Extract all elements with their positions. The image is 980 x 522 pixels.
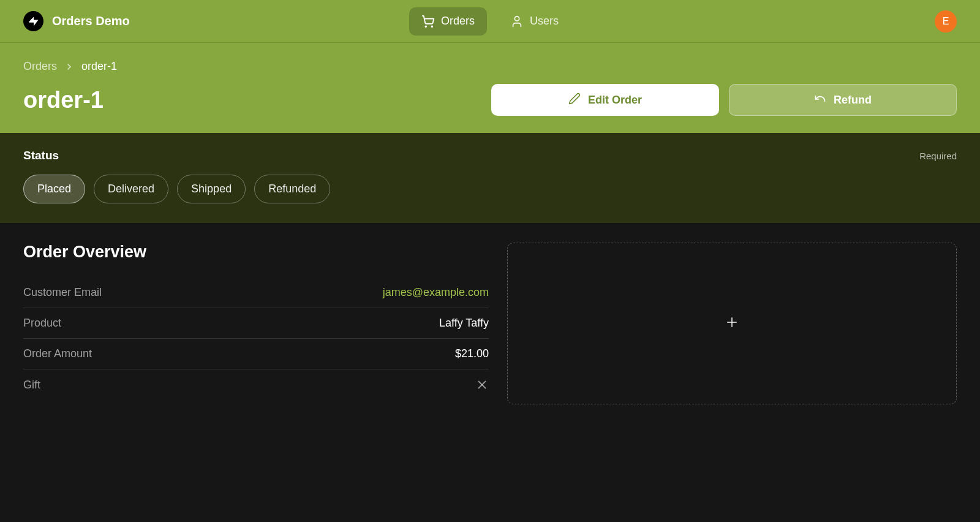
status-label: Status [23, 149, 59, 162]
nav-center: Orders Users [409, 7, 571, 36]
topnav: Orders Demo Orders Users E [0, 0, 980, 43]
nav-label-orders: Orders [441, 15, 475, 28]
nav-item-users[interactable]: Users [498, 7, 571, 36]
overview-key-email: Customer Email [23, 286, 102, 299]
overview-key-gift: Gift [23, 379, 40, 392]
brand-title: Orders Demo [52, 14, 130, 28]
undo-icon [814, 93, 826, 108]
page-title: order-1 [23, 87, 104, 113]
plus-icon [725, 315, 739, 332]
svg-point-2 [514, 16, 519, 20]
main-content: Order Overview Customer Email james@exam… [0, 223, 980, 424]
pencil-icon [568, 93, 581, 108]
overview-value-email[interactable]: james@example.com [383, 286, 489, 299]
status-chips: Placed Delivered Shipped Refunded [23, 175, 957, 203]
avatar-initial: E [943, 16, 949, 27]
breadcrumb-parent[interactable]: Orders [23, 60, 57, 73]
avatar[interactable]: E [935, 10, 957, 32]
edit-order-label: Edit Order [588, 94, 642, 107]
brand[interactable]: Orders Demo [23, 11, 130, 31]
brand-logo-icon [23, 11, 43, 31]
overview-panel: Order Overview Customer Email james@exam… [23, 243, 489, 404]
breadcrumb: Orders order-1 [23, 60, 957, 73]
status-chip-placed[interactable]: Placed [23, 175, 85, 203]
status-chip-delivered[interactable]: Delivered [94, 175, 168, 203]
overview-row-product: Product Laffy Taffy [23, 308, 489, 339]
status-chip-refunded[interactable]: Refunded [254, 175, 330, 203]
overview-row-email: Customer Email james@example.com [23, 278, 489, 308]
breadcrumb-current: order-1 [81, 60, 117, 73]
overview-row-gift: Gift [23, 369, 489, 400]
action-buttons: Edit Order Refund [491, 84, 957, 116]
overview-row-amount: Order Amount $21.00 [23, 339, 489, 369]
upload-dropzone[interactable] [507, 243, 957, 404]
refund-label: Refund [834, 94, 872, 107]
status-chip-shipped[interactable]: Shipped [177, 175, 246, 203]
overview-value-product: Laffy Taffy [439, 317, 489, 330]
user-icon [510, 15, 524, 28]
x-icon [475, 378, 489, 392]
svg-point-0 [425, 26, 426, 27]
status-section: Status Required Placed Delivered Shipped… [0, 133, 980, 223]
cart-icon [421, 15, 435, 28]
edit-order-button[interactable]: Edit Order [491, 84, 719, 116]
nav-item-orders[interactable]: Orders [409, 7, 487, 36]
overview-key-amount: Order Amount [23, 347, 92, 360]
required-label: Required [919, 151, 957, 161]
chevron-right-icon [64, 62, 74, 72]
right-panel [507, 243, 957, 404]
svg-point-1 [431, 26, 432, 27]
overview-value-amount: $21.00 [455, 347, 489, 360]
overview-title: Order Overview [23, 243, 489, 262]
nav-label-users: Users [530, 15, 559, 28]
title-row: order-1 Edit Order Refund [23, 84, 957, 116]
subheader: Orders order-1 order-1 Edit Order [0, 43, 980, 133]
overview-key-product: Product [23, 317, 61, 330]
refund-button[interactable]: Refund [729, 84, 957, 116]
status-header: Status Required [23, 149, 957, 162]
